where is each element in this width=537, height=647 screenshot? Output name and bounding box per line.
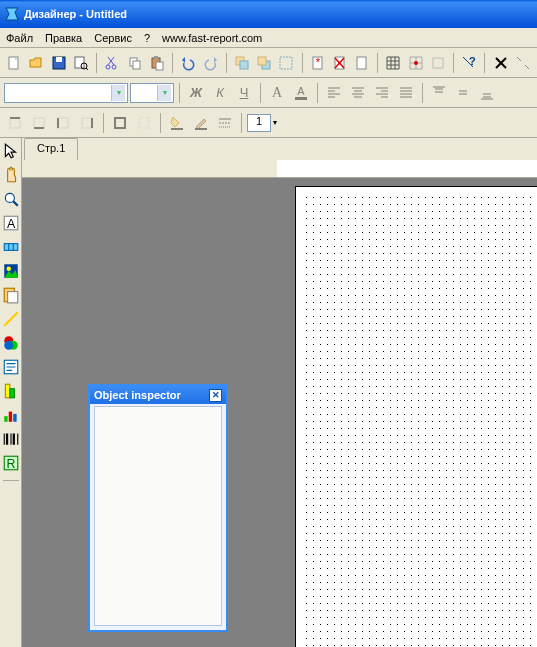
fill-color-button[interactable] bbox=[166, 112, 188, 134]
inspector-close-icon[interactable]: ✕ bbox=[209, 389, 222, 402]
page-options-button[interactable] bbox=[352, 52, 372, 74]
frame-color-button[interactable] bbox=[190, 112, 212, 134]
zoom-tool[interactable] bbox=[2, 190, 20, 208]
svg-rect-70 bbox=[4, 416, 7, 422]
font-color-button[interactable]: A bbox=[290, 82, 312, 104]
svg-rect-43 bbox=[82, 118, 92, 128]
text-tool[interactable]: A bbox=[2, 214, 20, 232]
frame-right-button[interactable] bbox=[76, 112, 98, 134]
font-size-combo[interactable]: ▾ bbox=[130, 83, 174, 103]
tool-palette: A R bbox=[0, 138, 22, 647]
menu-service[interactable]: Сервис bbox=[94, 32, 132, 44]
svg-rect-41 bbox=[58, 118, 68, 128]
select-tool[interactable] bbox=[2, 142, 20, 160]
fit-grid-button[interactable] bbox=[428, 52, 448, 74]
svg-rect-25 bbox=[357, 57, 366, 69]
menu-help[interactable]: ? bbox=[144, 32, 150, 44]
new-page-button[interactable]: * bbox=[307, 52, 327, 74]
barcode-tool[interactable] bbox=[2, 430, 20, 448]
separator-icon bbox=[513, 52, 533, 74]
workspace: Стр.1 Object inspector ✕ bbox=[22, 138, 537, 647]
svg-rect-45 bbox=[115, 118, 125, 128]
svg-point-9 bbox=[112, 65, 116, 69]
align-left-button[interactable] bbox=[323, 82, 345, 104]
snap-grid-button[interactable] bbox=[406, 52, 426, 74]
menu-bar: Файл Правка Сервис ? www.fast-report.com bbox=[0, 28, 537, 48]
valign-bottom-button[interactable] bbox=[476, 82, 498, 104]
send-back-button[interactable] bbox=[254, 52, 274, 74]
richtext-tool[interactable] bbox=[2, 358, 20, 376]
frame-none-button[interactable] bbox=[133, 112, 155, 134]
menu-url[interactable]: www.fast-report.com bbox=[162, 32, 262, 44]
frame-width-drop[interactable]: ▾ bbox=[273, 118, 283, 127]
font-name-combo[interactable]: ▾ bbox=[4, 83, 128, 103]
band-tool[interactable] bbox=[2, 238, 20, 256]
hand-tool[interactable] bbox=[2, 166, 20, 184]
svg-rect-62 bbox=[7, 292, 17, 303]
font-icon[interactable]: A bbox=[266, 82, 288, 104]
frame-left-button[interactable] bbox=[52, 112, 74, 134]
svg-rect-48 bbox=[195, 128, 207, 130]
svg-rect-33 bbox=[295, 97, 307, 100]
align-right-button[interactable] bbox=[371, 82, 393, 104]
help-button[interactable]: ? bbox=[459, 52, 479, 74]
report-page[interactable] bbox=[295, 186, 537, 647]
svg-rect-37 bbox=[10, 118, 20, 128]
frame-top-button[interactable] bbox=[4, 112, 26, 134]
frame-width-input[interactable]: 1 bbox=[247, 114, 271, 132]
object-inspector[interactable]: Object inspector ✕ bbox=[88, 384, 228, 632]
grid-button[interactable] bbox=[383, 52, 403, 74]
paste-button[interactable] bbox=[147, 52, 167, 74]
richtext2-tool[interactable]: R bbox=[2, 454, 20, 472]
subreport-tool[interactable] bbox=[2, 286, 20, 304]
chart-tool[interactable] bbox=[2, 406, 20, 424]
redo-button[interactable] bbox=[200, 52, 220, 74]
svg-point-52 bbox=[5, 193, 14, 202]
close-button[interactable] bbox=[490, 52, 510, 74]
save-button[interactable] bbox=[49, 52, 69, 74]
frame-bottom-button[interactable] bbox=[28, 112, 50, 134]
inspector-title-bar[interactable]: Object inspector ✕ bbox=[90, 386, 226, 404]
valign-top-button[interactable] bbox=[428, 82, 450, 104]
picture-tool[interactable] bbox=[2, 262, 20, 280]
svg-rect-27 bbox=[433, 58, 443, 68]
svg-rect-3 bbox=[75, 57, 84, 68]
select-all-button[interactable] bbox=[276, 52, 296, 74]
svg-text:A: A bbox=[297, 85, 305, 97]
svg-rect-69 bbox=[9, 389, 14, 398]
delete-page-button[interactable] bbox=[330, 52, 350, 74]
svg-line-63 bbox=[4, 312, 18, 326]
svg-rect-56 bbox=[4, 244, 18, 251]
line-tool[interactable] bbox=[2, 310, 20, 328]
bold-button[interactable]: Ж bbox=[185, 82, 207, 104]
bring-front-button[interactable] bbox=[232, 52, 252, 74]
italic-button[interactable]: К bbox=[209, 82, 231, 104]
tab-page1[interactable]: Стр.1 bbox=[24, 138, 78, 160]
underline-button[interactable]: Ч bbox=[233, 82, 255, 104]
align-justify-button[interactable] bbox=[395, 82, 417, 104]
preview-button[interactable] bbox=[71, 52, 91, 74]
open-button[interactable] bbox=[26, 52, 46, 74]
align-center-button[interactable] bbox=[347, 82, 369, 104]
svg-rect-71 bbox=[8, 412, 11, 422]
svg-rect-72 bbox=[13, 414, 16, 422]
new-button[interactable] bbox=[4, 52, 24, 74]
frame-all-button[interactable] bbox=[109, 112, 131, 134]
toolbar-standard: * ? bbox=[0, 48, 537, 78]
menu-edit[interactable]: Правка bbox=[45, 32, 82, 44]
ruler-horizontal bbox=[22, 160, 537, 178]
page-tabs: Стр.1 bbox=[22, 138, 537, 160]
copy-button[interactable] bbox=[124, 52, 144, 74]
menu-file[interactable]: Файл bbox=[6, 32, 33, 44]
svg-rect-11 bbox=[133, 61, 140, 69]
cut-button[interactable] bbox=[102, 52, 122, 74]
undo-button[interactable] bbox=[178, 52, 198, 74]
svg-rect-13 bbox=[154, 56, 158, 59]
ole-tool[interactable] bbox=[2, 382, 20, 400]
svg-rect-47 bbox=[171, 128, 183, 130]
frame-style-button[interactable] bbox=[214, 112, 236, 134]
svg-rect-16 bbox=[240, 61, 248, 69]
valign-middle-button[interactable] bbox=[452, 82, 474, 104]
shape-tool[interactable] bbox=[2, 334, 20, 352]
svg-line-32 bbox=[525, 65, 529, 69]
